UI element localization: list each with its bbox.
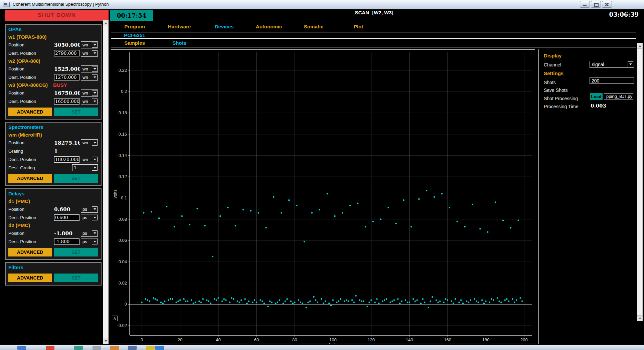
dest-position-input[interactable]: 2790.000	[54, 50, 79, 56]
tab-devices[interactable]: Devices	[202, 24, 247, 29]
tab-hardware[interactable]: Hardware	[157, 24, 202, 29]
dest-grating-select[interactable]: 1	[72, 164, 98, 171]
taskbar-icon-4[interactable]	[93, 346, 101, 350]
right-panel-scrollbar[interactable]	[637, 43, 643, 321]
units-select[interactable]: ps	[81, 238, 98, 245]
taskbar-icon-5[interactable]	[110, 346, 119, 350]
chevron-down-icon[interactable]	[92, 90, 98, 96]
chevron-down-icon[interactable]	[628, 61, 633, 67]
sub-tab-shots[interactable]: Shots	[157, 40, 202, 46]
dest-position-input[interactable]: 18020.000	[54, 156, 79, 163]
scroll-down-arrow[interactable]	[637, 315, 642, 321]
minimize-button[interactable]	[580, 1, 590, 8]
svg-text:120: 120	[367, 337, 375, 342]
processing-script-field[interactable]: pping_BJT.py	[604, 93, 633, 100]
chevron-down-icon[interactable]	[92, 215, 98, 220]
tab-program[interactable]: Program	[112, 24, 157, 29]
data-point	[296, 205, 298, 206]
sub-tab-samples[interactable]: Samples	[112, 40, 157, 46]
data-point	[380, 218, 382, 220]
taskbar-icon-8[interactable]	[155, 346, 164, 350]
dest-position-input[interactable]: 1270.000	[54, 74, 79, 80]
units-select[interactable]: ps	[81, 230, 98, 237]
units-select[interactable]: wn	[81, 98, 98, 105]
taskbar-icon-1[interactable]	[17, 346, 26, 350]
channel-select[interactable]: signal	[590, 61, 634, 68]
scroll-down-arrow[interactable]	[103, 338, 108, 344]
units-select[interactable]: ps	[81, 214, 98, 221]
units-select[interactable]: wn	[81, 74, 98, 81]
units-select[interactable]: wn	[81, 50, 98, 57]
chevron-down-icon[interactable]	[92, 74, 98, 80]
data-point	[187, 300, 189, 302]
tab-autonomic[interactable]: Autonomic	[247, 24, 291, 29]
data-point	[175, 302, 177, 303]
set-button[interactable]: SET	[54, 248, 98, 256]
chevron-down-icon[interactable]	[92, 165, 98, 171]
chevron-down-icon[interactable]	[92, 66, 98, 72]
dest-position-input[interactable]: 0.600	[54, 214, 79, 221]
tab-somatic[interactable]: Somatic	[291, 24, 336, 29]
row-control: 18275.168	[54, 140, 80, 146]
scroll-up-arrow[interactable]	[637, 43, 642, 49]
svg-text:80: 80	[292, 337, 297, 342]
data-point	[340, 298, 341, 300]
svg-text:0.12: 0.12	[119, 174, 127, 179]
load-script-button[interactable]: Load	[590, 93, 603, 100]
dest-position-input[interactable]: 16500.000	[54, 98, 79, 105]
section-title: Filters	[8, 265, 98, 272]
shots-input[interactable]: 200	[590, 77, 634, 84]
units-select[interactable]: wn	[81, 90, 98, 97]
close-button[interactable]	[602, 1, 612, 8]
data-point	[170, 298, 171, 300]
shutdown-button[interactable]: SHUT DOWN	[5, 10, 109, 21]
chevron-down-icon[interactable]	[92, 42, 98, 48]
data-point	[254, 299, 256, 301]
set-button[interactable]: SET	[54, 108, 98, 116]
data-point	[302, 303, 303, 304]
chevron-down-icon[interactable]	[92, 239, 98, 244]
chevron-down-icon[interactable]	[92, 230, 98, 236]
chevron-down-icon[interactable]	[92, 99, 98, 104]
units-select[interactable]: wn	[81, 41, 98, 48]
device-tabs: PCI-6251	[112, 32, 157, 38]
taskbar-icon-6[interactable]	[128, 346, 137, 350]
sidebar-scrollbar[interactable]	[103, 20, 109, 344]
data-point	[495, 201, 496, 203]
units-select[interactable]: wn	[81, 156, 98, 163]
set-button[interactable]: SET	[54, 274, 98, 282]
data-point	[518, 219, 519, 221]
data-point	[445, 298, 447, 300]
taskbar-icon-7[interactable]	[146, 346, 155, 350]
advanced-button[interactable]: ADVANCED	[8, 108, 52, 116]
data-point	[426, 190, 428, 191]
tab-plot[interactable]: Plot	[336, 24, 381, 29]
taskbar-icon-3[interactable]	[74, 346, 83, 350]
units-select[interactable]: ps	[81, 206, 98, 213]
chevron-down-icon[interactable]	[92, 206, 98, 212]
units-select[interactable]: wn	[81, 139, 98, 146]
data-point	[292, 303, 294, 304]
autoscale-button[interactable]: A	[112, 316, 118, 321]
data-point	[403, 199, 405, 201]
svg-text:0.2: 0.2	[121, 89, 127, 94]
device-tab-pci-6251[interactable]: PCI-6251	[112, 32, 157, 38]
units-value: wn	[81, 51, 92, 56]
scroll-up-arrow[interactable]	[103, 20, 108, 26]
plot-canvas[interactable]: -0.0200.020.040.060.080.10.120.140.160.1…	[111, 50, 535, 344]
chevron-down-icon[interactable]	[92, 157, 98, 162]
svg-text:160: 160	[444, 337, 451, 342]
data-point	[407, 302, 409, 303]
chevron-down-icon[interactable]	[92, 50, 98, 56]
advanced-button[interactable]: ADVANCED	[8, 248, 52, 256]
dest-position-input[interactable]: -1.800	[54, 238, 79, 245]
restore-button[interactable]	[591, 1, 601, 8]
set-button[interactable]: SET	[54, 174, 98, 183]
hardware-row: Grating1	[8, 147, 98, 155]
units-select[interactable]: wn	[81, 65, 98, 72]
taskbar-icon-2[interactable]	[46, 346, 54, 350]
chevron-down-icon[interactable]	[92, 140, 98, 146]
advanced-button[interactable]: ADVANCED	[8, 174, 52, 183]
data-point	[378, 303, 380, 304]
advanced-button[interactable]: ADVANCED	[8, 274, 52, 282]
